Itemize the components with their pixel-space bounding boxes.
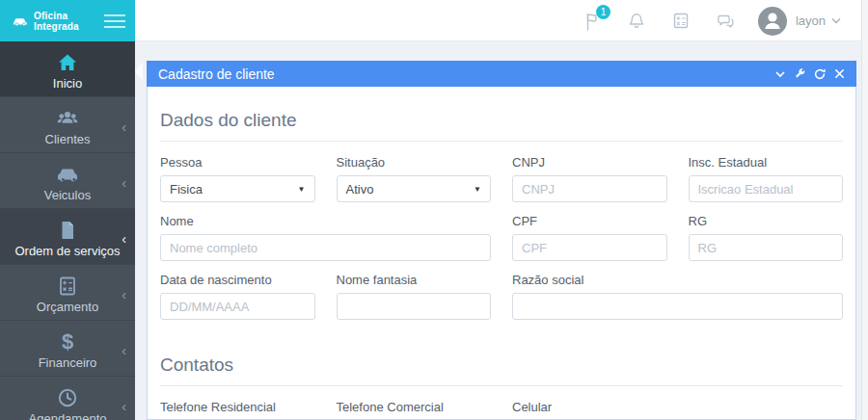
chevron-left-icon: ‹ bbox=[122, 178, 126, 188]
cadastro-cliente-panel: Cadastro de cliente bbox=[147, 61, 856, 420]
razao-social-input[interactable] bbox=[512, 293, 843, 320]
situacao-select[interactable]: Ativo ▼ bbox=[337, 175, 492, 202]
field-telefone-residencial: Telefone Residencial bbox=[160, 400, 315, 420]
wrench-icon bbox=[795, 68, 805, 79]
brand-car-icon bbox=[13, 15, 29, 26]
pessoa-select[interactable]: Fisica ▼ bbox=[160, 175, 315, 202]
sidebar-item-label: Clientes bbox=[0, 132, 135, 146]
rg-input[interactable] bbox=[689, 234, 844, 261]
bell-alerts-button[interactable] bbox=[627, 11, 646, 31]
refresh-icon bbox=[814, 68, 826, 80]
svg-text:$: $ bbox=[62, 329, 73, 354]
field-rg: RG bbox=[689, 214, 844, 261]
situacao-selected-value: Ativo bbox=[346, 182, 374, 197]
chevron-left-icon: ‹ bbox=[122, 122, 126, 132]
sidebar-item-agendamento[interactable]: Agendamento ‹ bbox=[0, 377, 135, 420]
sidebar-item-veiculos[interactable]: Veiculos ‹ bbox=[0, 153, 135, 209]
document-icon bbox=[0, 217, 135, 243]
bell-icon bbox=[627, 11, 646, 31]
sidebar-item-clientes[interactable]: Clientes ‹ bbox=[0, 97, 135, 153]
pessoa-selected-value: Fisica bbox=[170, 182, 203, 197]
section-heading-dados: Dados do cliente bbox=[160, 87, 843, 142]
home-icon bbox=[0, 49, 135, 75]
car-icon bbox=[0, 161, 135, 187]
sidebar-item-inicio[interactable]: Inicio bbox=[0, 41, 135, 97]
active-menu-arrow bbox=[135, 62, 143, 81]
calculator-shortcut-button[interactable] bbox=[671, 11, 691, 31]
form-row-2: Nome CPF RG bbox=[160, 214, 843, 261]
chevron-down-icon bbox=[831, 17, 841, 24]
nascimento-label: Data de nascimento bbox=[160, 273, 315, 287]
nome-input[interactable] bbox=[160, 234, 491, 261]
form-row-4: Telefone Residencial Telefone Comercial … bbox=[160, 400, 843, 420]
sidebar-item-ordem-de-servicos[interactable]: Ordem de serviços ‹ bbox=[0, 209, 135, 265]
brand-title: Oficina Integrada bbox=[34, 11, 104, 32]
sidebar-item-label: Ordem de serviços bbox=[0, 244, 135, 258]
brand: Oficina Integrada bbox=[0, 0, 135, 41]
cnpj-label: CNPJ bbox=[512, 155, 667, 170]
field-insc-estadual: Insc. Estadual bbox=[689, 155, 844, 202]
refresh-panel-button[interactable] bbox=[814, 68, 826, 80]
menu-toggle-icon[interactable] bbox=[104, 11, 125, 32]
sidebar-item-label: Agendamento bbox=[0, 411, 135, 420]
collapse-panel-button[interactable] bbox=[774, 69, 786, 79]
sidebar-item-label: Financeiro bbox=[0, 355, 135, 370]
cpf-label: CPF bbox=[512, 214, 667, 228]
celular-label: Celular bbox=[512, 400, 667, 414]
field-situacao: Situação Ativo ▼ bbox=[337, 155, 492, 202]
nascimento-input[interactable] bbox=[160, 293, 315, 320]
field-razao-social: Razão social bbox=[512, 273, 843, 320]
nome-fantasia-input[interactable] bbox=[337, 293, 492, 320]
sidebar-item-label: Orçamento bbox=[0, 300, 135, 314]
flag-notifications-button[interactable]: 1 bbox=[583, 11, 602, 31]
chevron-down-icon bbox=[774, 69, 786, 79]
chevron-left-icon: ‹ bbox=[122, 234, 126, 244]
insc-estadual-label: Insc. Estadual bbox=[689, 155, 844, 170]
notification-badge: 1 bbox=[596, 5, 610, 19]
field-pessoa: Pessoa Fisica ▼ bbox=[160, 155, 315, 202]
razao-social-label: Razão social bbox=[512, 273, 843, 287]
scrollbar[interactable] bbox=[861, 0, 868, 420]
close-panel-button[interactable] bbox=[834, 68, 845, 79]
insc-estadual-input[interactable] bbox=[689, 175, 844, 202]
field-nome: Nome bbox=[160, 214, 491, 261]
close-icon bbox=[834, 68, 845, 79]
user-menu[interactable]: layon bbox=[758, 7, 841, 36]
panel-tools bbox=[774, 68, 845, 80]
form-row-3: Data de nascimento Nome fantasia Razão s… bbox=[160, 273, 843, 320]
cnpj-input[interactable] bbox=[512, 175, 667, 202]
panel-header: Cadastro de cliente bbox=[147, 61, 856, 87]
section-heading-contatos: Contatos bbox=[160, 331, 843, 386]
form-row-1: Pessoa Fisica ▼ Situação Ativo ▼ bbox=[160, 155, 843, 202]
panel-title: Cadastro de cliente bbox=[158, 66, 275, 82]
chevron-left-icon: ‹ bbox=[122, 346, 126, 355]
user-name: layon bbox=[796, 13, 826, 28]
person-icon bbox=[758, 7, 787, 36]
calculator-icon bbox=[671, 11, 691, 31]
calculator-icon bbox=[0, 273, 135, 299]
sidebar-item-orcamento[interactable]: Orçamento ‹ bbox=[0, 265, 135, 321]
messages-button[interactable] bbox=[716, 11, 737, 31]
sidebar-item-label: Inicio bbox=[0, 76, 135, 91]
topbar: Oficina Integrada 1 bbox=[0, 0, 868, 41]
nome-label: Nome bbox=[160, 214, 491, 228]
app-root: Oficina Integrada 1 bbox=[0, 0, 868, 420]
telefone-comercial-label: Telefone Comercial bbox=[337, 400, 492, 414]
chevron-left-icon: ‹ bbox=[122, 290, 126, 300]
select-arrow-icon: ▼ bbox=[298, 185, 306, 194]
main-content: Cadastro de cliente bbox=[135, 41, 868, 420]
users-icon bbox=[0, 105, 135, 131]
panel-settings-button[interactable] bbox=[795, 68, 805, 79]
dollar-icon: $ bbox=[0, 328, 135, 354]
topbar-actions: 1 bbox=[557, 0, 841, 41]
sidebar-item-label: Veiculos bbox=[0, 188, 135, 202]
cpf-input[interactable] bbox=[512, 234, 667, 261]
field-telefone-comercial: Telefone Comercial bbox=[337, 400, 492, 420]
rg-label: RG bbox=[689, 214, 844, 228]
pessoa-label: Pessoa bbox=[160, 155, 315, 170]
sidebar-item-financeiro[interactable]: $ Financeiro ‹ bbox=[0, 321, 135, 377]
chevron-left-icon: ‹ bbox=[122, 402, 126, 411]
field-nome-fantasia: Nome fantasia bbox=[337, 273, 492, 320]
chat-icon bbox=[716, 11, 737, 31]
panel-body: Dados do cliente Pessoa Fisica ▼ Situaçã… bbox=[147, 87, 856, 420]
